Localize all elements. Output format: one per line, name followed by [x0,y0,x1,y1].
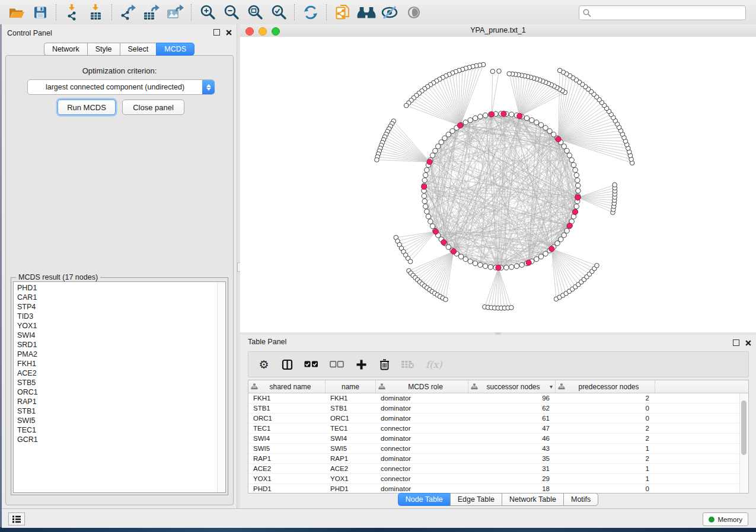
float-panel-icon[interactable] [213,29,220,36]
table-cell[interactable]: 2 [556,455,655,462]
table-row[interactable]: STB1STB1dominator620 [248,403,748,414]
select-all-rows-icon[interactable] [304,357,318,371]
table-cell[interactable]: 62 [468,405,556,412]
show-graphics-details-icon[interactable] [404,3,424,22]
table-cell[interactable]: RAP1 [326,455,376,462]
refresh-network-icon[interactable] [301,3,321,22]
table-row[interactable]: YOX1YOX1connector291 [248,474,748,484]
table-cell[interactable]: connector [376,445,468,452]
mcds-result-item[interactable]: CAR1 [17,293,225,302]
tab-network[interactable]: Network [44,43,87,56]
zoom-in-icon[interactable] [197,3,218,22]
dropdown-stepper-icon[interactable] [202,80,215,94]
mcds-result-item[interactable]: FKH1 [17,359,225,368]
mcds-result-item[interactable]: PHD1 [17,283,225,293]
table-cell[interactable]: SWI5 [326,445,376,452]
mcds-result-item[interactable]: YOX1 [17,321,225,331]
table-cell[interactable]: YOX1 [248,475,326,482]
table-cell[interactable]: 29 [468,475,556,482]
export-table-icon[interactable] [142,3,162,22]
network-canvas[interactable] [240,37,756,332]
table-cell[interactable]: dominator [376,485,468,492]
table-cell[interactable]: STB1 [248,405,326,412]
table-cell[interactable]: 2 [556,425,655,432]
table-cell[interactable]: TEC1 [326,425,376,432]
table-cell[interactable]: 31 [468,465,556,472]
table-row[interactable]: TEC1TEC1connector472 [248,424,748,434]
table-options-gear-icon[interactable]: ⚙ [258,357,270,371]
table-cell[interactable]: 47 [468,425,556,432]
table-cell[interactable]: 35 [468,455,556,462]
table-cell[interactable]: ORC1 [326,415,376,422]
table-cell[interactable]: PHD1 [326,485,376,492]
table-cell[interactable]: YOX1 [326,475,376,482]
tab-select[interactable]: Select [120,43,157,56]
table-cell[interactable]: SWI4 [248,435,326,442]
table-cell[interactable]: 96 [468,395,556,402]
table-cell[interactable]: dominator [376,455,468,462]
table-cell[interactable]: FKH1 [248,395,326,402]
status-menu-button[interactable] [8,512,25,525]
tab-motifs[interactable]: Motifs [563,493,598,506]
column-header-successor-nodes[interactable]: successor nodes▾ [468,380,556,393]
table-scrollbar[interactable] [739,393,748,493]
table-cell[interactable]: dominator [376,405,468,412]
mcds-result-item[interactable]: ACE2 [17,368,225,378]
table-cell[interactable]: dominator [376,435,468,442]
tab-mcds[interactable]: MCDS [156,43,194,56]
table-cell[interactable]: 0 [556,485,655,492]
search-input[interactable] [594,7,745,19]
hide-graphics-details-icon[interactable] [380,3,400,22]
close-table-panel-icon[interactable] [745,340,751,346]
table-cell[interactable]: 18 [468,485,556,492]
mcds-result-list[interactable]: PHD1CAR1STP4TID3YOX1SWI4SRD1PMA2FKH1ACE2… [13,281,226,493]
table-cell[interactable]: connector [376,425,468,432]
mcds-result-item[interactable]: STP4 [17,302,225,312]
tab-style[interactable]: Style [87,43,120,56]
export-network-icon[interactable] [118,3,138,22]
run-mcds-button[interactable]: Run MCDS [58,100,116,115]
zoom-selected-icon[interactable] [269,3,289,22]
table-cell[interactable]: 1 [556,475,655,482]
table-cell[interactable]: RAP1 [248,455,326,462]
table-cell[interactable]: dominator [376,415,468,422]
mcds-result-item[interactable]: SRD1 [17,340,225,350]
mcds-result-item[interactable]: PMA2 [17,350,225,359]
toggle-column-view-icon[interactable] [281,357,293,371]
tab-network-table[interactable]: Network Table [502,493,563,506]
column-header-shared-name[interactable]: shared name [248,380,326,393]
column-header-predecessor-nodes[interactable]: predecessor nodes [556,380,655,393]
table-cell[interactable]: FKH1 [326,395,376,402]
table-row[interactable]: ORC1ORC1dominator610 [248,414,748,424]
table-cell[interactable]: 0 [556,415,655,422]
network-search-icon[interactable] [356,3,377,22]
table-cell[interactable]: dominator [376,395,468,402]
table-row[interactable]: SWI4SWI4dominator462 [248,434,748,444]
table-cell[interactable]: ACE2 [326,465,376,472]
mcds-list-scrollbar[interactable] [217,282,225,492]
table-row[interactable]: SWI5SWI5connector431 [248,444,748,454]
mcds-result-item[interactable]: GCR1 [17,435,225,444]
export-image-icon[interactable] [165,3,186,22]
memory-button[interactable]: Memory [703,512,748,526]
deselect-all-rows-icon[interactable] [330,357,344,371]
table-cell[interactable]: ORC1 [248,415,326,422]
table-cell[interactable]: STB1 [326,405,376,412]
table-cell[interactable]: 1 [556,465,655,472]
mcds-result-item[interactable]: TEC1 [17,425,225,435]
table-cell[interactable]: 43 [468,445,556,452]
zoom-out-icon[interactable] [221,3,241,22]
table-cell[interactable]: 2 [556,435,655,442]
mcds-result-item[interactable]: STB1 [17,406,225,416]
close-panel-button[interactable]: Close panel [122,100,184,115]
mcds-result-item[interactable]: STB5 [17,378,225,387]
mcds-result-item[interactable]: SWI4 [17,331,225,340]
table-cell[interactable]: PHD1 [248,485,326,492]
table-row[interactable]: PHD1PHD1dominator180 [248,484,748,493]
open-session-icon[interactable] [7,3,27,22]
mcds-result-item[interactable]: SWI5 [17,416,225,425]
save-session-icon[interactable] [30,3,50,22]
network-window-titlebar[interactable]: YPA_prune.txt_1 [240,24,756,37]
close-panel-icon[interactable] [226,30,232,36]
table-cell[interactable]: 1 [556,445,655,452]
